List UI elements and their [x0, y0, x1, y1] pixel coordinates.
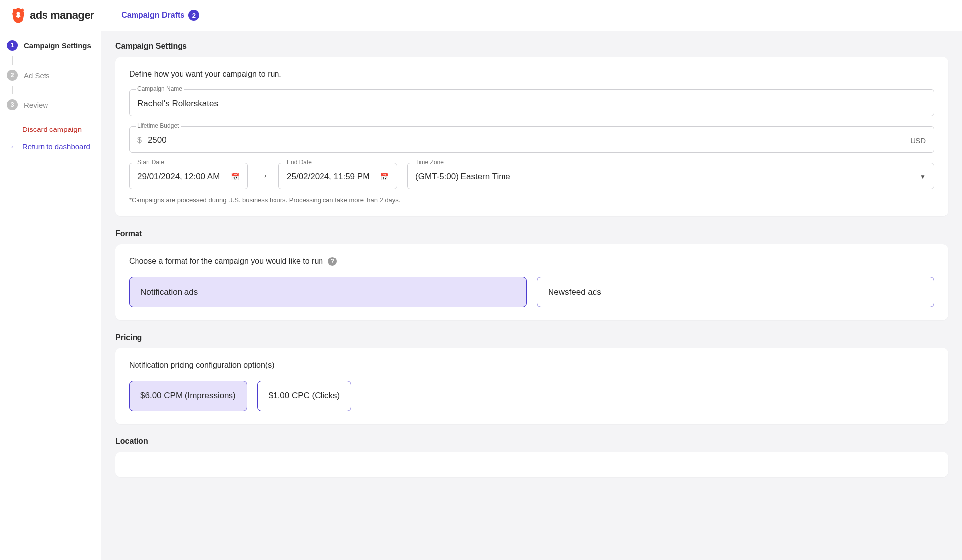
campaign-drafts-link[interactable]: Campaign Drafts 2	[121, 10, 199, 21]
start-date-value: 29/01/2024, 12:00 AM	[137, 172, 220, 182]
location-card	[115, 452, 948, 477]
logo: ads manager	[12, 8, 107, 23]
step-label: Ad Sets	[24, 71, 50, 80]
lifetime-budget-field[interactable]: Lifetime Budget $ USD	[129, 126, 934, 153]
minus-icon: —	[10, 125, 17, 133]
field-legend: Lifetime Budget	[136, 122, 181, 129]
section-title-campaign-settings: Campaign Settings	[115, 42, 948, 51]
format-option-notification[interactable]: Notification ads	[129, 277, 527, 307]
field-legend: End Date	[285, 159, 314, 166]
campaign-name-field[interactable]: Campaign Name	[129, 89, 934, 116]
step-number: 2	[7, 70, 18, 81]
timezone-field[interactable]: Time Zone (GMT-5:00) Eastern Time ▼	[407, 163, 934, 189]
discard-campaign-button[interactable]: — Discard campaign	[7, 125, 94, 133]
step-review[interactable]: 3 Review	[7, 99, 94, 110]
format-option-newsfeed[interactable]: Newsfeed ads	[537, 277, 934, 307]
option-label: Notification ads	[140, 287, 198, 297]
help-icon[interactable]: ?	[328, 257, 337, 266]
return-dashboard-button[interactable]: ← Return to dashboard	[7, 142, 94, 151]
calendar-icon[interactable]: 📅	[380, 173, 389, 181]
main-content: Campaign Settings Define how you want yo…	[101, 31, 962, 560]
step-campaign-settings[interactable]: 1 Campaign Settings	[7, 40, 94, 51]
step-number: 3	[7, 99, 18, 110]
sidebar: 1 Campaign Settings 2 Ad Sets 3 Review —…	[0, 31, 101, 560]
end-date-field[interactable]: End Date 25/02/2024, 11:59 PM 📅	[278, 163, 397, 189]
step-ad-sets[interactable]: 2 Ad Sets	[7, 70, 94, 81]
brave-logo-icon	[12, 8, 25, 23]
arrow-left-icon: ←	[10, 142, 17, 151]
step-number: 1	[7, 40, 18, 51]
discard-label: Discard campaign	[22, 125, 82, 133]
arrow-right-icon: →	[258, 170, 269, 182]
option-label: Newsfeed ads	[548, 287, 601, 297]
pricing-option-cpm[interactable]: $6.00 CPM (Impressions)	[129, 381, 247, 411]
pricing-card: Notification pricing configuration optio…	[115, 348, 948, 424]
step-connector	[12, 56, 13, 65]
currency-suffix: USD	[910, 136, 926, 145]
step-label: Campaign Settings	[24, 42, 91, 50]
format-desc: Choose a format for the campaign you wou…	[129, 257, 323, 266]
pricing-option-cpc[interactable]: $1.00 CPC (Clicks)	[257, 381, 352, 411]
option-label: $1.00 CPC (Clicks)	[269, 391, 340, 400]
return-label: Return to dashboard	[22, 142, 90, 151]
field-legend: Start Date	[136, 159, 166, 166]
field-legend: Time Zone	[413, 159, 446, 166]
budget-input[interactable]	[148, 135, 904, 145]
end-date-value: 25/02/2024, 11:59 PM	[287, 172, 369, 182]
calendar-icon[interactable]: 📅	[231, 173, 239, 181]
section-title-pricing: Pricing	[115, 333, 948, 342]
step-connector	[12, 86, 13, 94]
app-name: ads manager	[30, 9, 94, 22]
drafts-count-badge: 2	[188, 10, 199, 21]
section-title-location: Location	[115, 437, 948, 446]
field-legend: Campaign Name	[136, 86, 184, 92]
campaign-name-input[interactable]	[137, 99, 926, 109]
currency-prefix: $	[137, 136, 142, 145]
chevron-down-icon[interactable]: ▼	[920, 173, 926, 180]
campaign-settings-card: Define how you want your campaign to run…	[115, 57, 948, 216]
start-date-field[interactable]: Start Date 29/01/2024, 12:00 AM 📅	[129, 163, 248, 189]
drafts-label: Campaign Drafts	[121, 11, 184, 20]
campaign-settings-desc: Define how you want your campaign to run…	[129, 70, 934, 79]
format-card: Choose a format for the campaign you wou…	[115, 244, 948, 320]
processing-footnote: *Campaigns are processed during U.S. bus…	[129, 196, 934, 204]
timezone-value: (GMT-5:00) Eastern Time	[415, 172, 510, 182]
step-label: Review	[24, 101, 48, 109]
app-header: ads manager Campaign Drafts 2	[0, 0, 962, 31]
pricing-desc: Notification pricing configuration optio…	[129, 361, 934, 370]
section-title-format: Format	[115, 229, 948, 238]
option-label: $6.00 CPM (Impressions)	[140, 391, 236, 400]
